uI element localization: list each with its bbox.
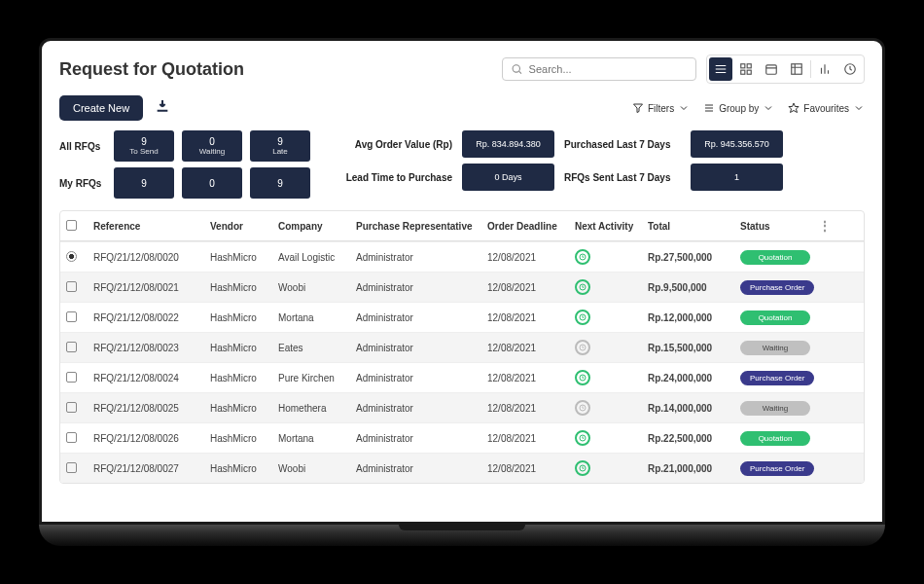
- table-row[interactable]: RFQ/21/12/08/0023HashMicroEatesAdministr…: [60, 332, 864, 362]
- col-deadline[interactable]: Order Deadline: [487, 221, 575, 232]
- cell-reference: RFQ/21/12/08/0021: [93, 282, 210, 293]
- cell-company: Eates: [278, 343, 356, 353]
- activity-icon[interactable]: [575, 400, 590, 416]
- table-row[interactable]: RFQ/21/12/08/0024HashMicroPure KirchenAd…: [60, 362, 864, 392]
- cell-rep: Administrator: [356, 343, 487, 353]
- row-select[interactable]: [66, 281, 77, 292]
- laptop-base: [39, 525, 885, 546]
- cell-total: Rp.9,500,000: [648, 282, 740, 293]
- cell-vendor: HashMicro: [210, 463, 278, 474]
- metric-my-late[interactable]: 9: [250, 167, 310, 199]
- cell-vendor: HashMicro: [210, 343, 278, 353]
- activity-icon[interactable]: [575, 310, 590, 325]
- activity-icon[interactable]: [575, 370, 590, 385]
- row-select[interactable]: [66, 462, 77, 473]
- activity-icon[interactable]: [575, 340, 590, 355]
- col-vendor[interactable]: Vendor: [210, 221, 278, 232]
- cell-vendor: HashMicro: [210, 433, 278, 444]
- cell-rep: Administrator: [356, 433, 487, 444]
- col-activity[interactable]: Next Activity: [575, 221, 648, 232]
- metric-late[interactable]: 9Late: [250, 130, 310, 162]
- activity-icon[interactable]: [575, 430, 590, 446]
- cell-deadline: 12/08/2021: [487, 403, 575, 414]
- kpi-lead-time-value: 0 Days: [462, 164, 554, 191]
- svg-point-0: [513, 65, 519, 72]
- cell-total: Rp.22,500,000: [648, 433, 740, 444]
- search-input[interactable]: [529, 63, 688, 75]
- view-graph-icon[interactable]: [813, 57, 836, 81]
- cell-vendor: HashMicro: [210, 282, 278, 293]
- activity-icon[interactable]: [575, 460, 590, 476]
- status-badge: Quotation: [740, 250, 810, 265]
- select-all-checkbox[interactable]: [66, 220, 77, 231]
- chevron-down-icon: [678, 102, 690, 114]
- page-title: Request for Quotation: [59, 59, 244, 80]
- metric-my-waiting[interactable]: 0: [182, 167, 242, 199]
- rfq-table: Reference Vendor Company Purchase Repres…: [59, 210, 865, 484]
- metric-my-to-send[interactable]: 9: [114, 167, 174, 199]
- cell-rep: Administrator: [356, 282, 487, 293]
- cell-reference: RFQ/21/12/08/0026: [93, 433, 210, 444]
- cell-total: Rp.12,000,000: [648, 312, 740, 323]
- chevron-down-icon: [763, 102, 774, 114]
- chevron-down-icon: [853, 102, 865, 114]
- divider: [810, 60, 811, 78]
- search-input-wrap[interactable]: [502, 57, 696, 81]
- kpi-avg-order-label: Avg Order Value (Rp): [326, 139, 452, 150]
- row-select[interactable]: [66, 311, 77, 322]
- row-select[interactable]: [66, 251, 77, 262]
- cell-rep: Administrator: [356, 373, 487, 383]
- table-row[interactable]: RFQ/21/12/08/0027HashMicroWoobiAdministr…: [60, 453, 864, 483]
- cell-company: Woobi: [278, 282, 356, 293]
- cell-deadline: 12/08/2021: [487, 312, 575, 323]
- cell-deadline: 12/08/2021: [487, 373, 575, 383]
- row-select[interactable]: [66, 402, 77, 413]
- filters-button[interactable]: Filters: [632, 102, 690, 114]
- favourites-button[interactable]: Favourites: [788, 102, 865, 114]
- activity-icon[interactable]: [575, 279, 590, 295]
- row-select[interactable]: [66, 342, 77, 352]
- table-row[interactable]: RFQ/21/12/08/0021HashMicroWoobiAdministr…: [60, 272, 864, 302]
- cell-reference: RFQ/21/12/08/0022: [93, 312, 210, 323]
- cell-total: Rp.27,500,000: [648, 252, 740, 263]
- column-options-icon[interactable]: ⋮: [818, 218, 833, 234]
- star-icon: [788, 102, 800, 114]
- col-reference[interactable]: Reference: [93, 221, 210, 232]
- status-badge: Purchase Order: [740, 280, 814, 295]
- cell-deadline: 12/08/2021: [487, 343, 575, 353]
- groupby-button[interactable]: Group by: [703, 102, 774, 114]
- cell-rep: Administrator: [356, 312, 487, 323]
- metric-waiting[interactable]: 0Waiting: [182, 130, 242, 162]
- metric-to-send[interactable]: 9To Send: [114, 130, 174, 162]
- cell-total: Rp.15,500,000: [648, 343, 740, 353]
- view-list-icon[interactable]: [709, 57, 732, 81]
- table-row[interactable]: RFQ/21/12/08/0020HashMicroAvail Logistic…: [60, 241, 864, 272]
- view-kanban-icon[interactable]: [734, 57, 758, 81]
- search-icon: [511, 62, 523, 76]
- kpi-lead-time-label: Lead Time to Purchase: [326, 172, 452, 183]
- cell-company: Mortana: [278, 433, 356, 444]
- table-row[interactable]: RFQ/21/12/08/0022HashMicroMortanaAdminis…: [60, 302, 864, 332]
- view-pivot-icon[interactable]: [785, 57, 808, 81]
- cell-rep: Administrator: [356, 463, 487, 474]
- cell-company: Woobi: [278, 463, 356, 474]
- row-select[interactable]: [66, 432, 77, 443]
- view-activity-icon[interactable]: [838, 57, 862, 81]
- create-new-button[interactable]: Create New: [59, 95, 143, 121]
- col-status[interactable]: Status: [740, 221, 818, 232]
- cell-vendor: HashMicro: [210, 403, 278, 414]
- kpi-purchased-7d-value: Rp. 945.356.570: [691, 130, 783, 158]
- kpi-sent-7d-value: 1: [691, 164, 783, 191]
- table-row[interactable]: RFQ/21/12/08/0025HashMicroHometheraAdmin…: [60, 392, 864, 422]
- row-select[interactable]: [66, 372, 77, 383]
- col-company[interactable]: Company: [278, 221, 356, 232]
- cell-company: Homethera: [278, 403, 356, 414]
- col-total[interactable]: Total: [648, 221, 740, 232]
- col-rep[interactable]: Purchase Representative: [356, 221, 487, 232]
- activity-icon[interactable]: [575, 249, 590, 265]
- svg-line-1: [519, 71, 521, 73]
- table-row[interactable]: RFQ/21/12/08/0026HashMicroMortanaAdminis…: [60, 422, 864, 453]
- status-badge: Quotation: [740, 431, 810, 446]
- view-calendar-icon[interactable]: [760, 57, 783, 81]
- download-icon[interactable]: [155, 98, 170, 118]
